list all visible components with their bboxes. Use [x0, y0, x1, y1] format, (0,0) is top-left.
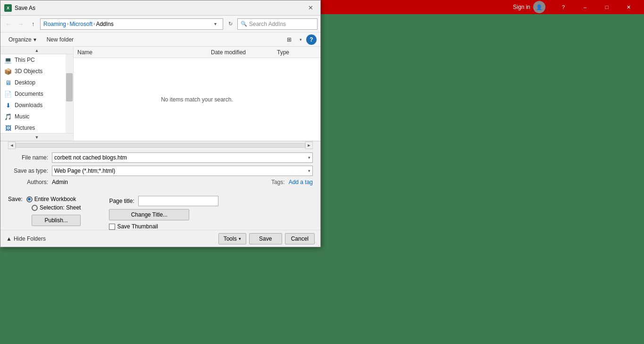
- sidebar-item-label: 3D Objects: [15, 68, 42, 75]
- sidebar-item-label: Downloads: [15, 102, 42, 109]
- address-bar[interactable]: Roaming › Microsoft › AddIns ▾: [40, 18, 223, 30]
- sidebar-scrollbar-thumb: [66, 73, 73, 101]
- scrollbar-track[interactable]: [16, 143, 305, 148]
- address-breadcrumb: Roaming › Microsoft › AddIns: [43, 21, 209, 27]
- save-as-dialog: X Save As ✕ ← → ↑ Roaming › Microsoft › …: [0, 0, 321, 247]
- organize-button[interactable]: Organize ▾: [4, 34, 41, 45]
- sidebar-item-label: Documents: [15, 91, 43, 97]
- scrollbar-right-button[interactable]: ►: [305, 142, 313, 149]
- tags-area: Tags: Add a tag: [72, 179, 313, 185]
- sidebar-item-3d-objects[interactable]: 📦 3D Objects: [0, 66, 73, 77]
- dialog-title-left: X Save As: [4, 4, 35, 12]
- column-date-modified[interactable]: Date modified: [207, 49, 273, 56]
- page-title-label: Page title:: [109, 198, 134, 204]
- save-thumbnail-checkbox[interactable]: [109, 224, 115, 230]
- breadcrumb-arrow-1: ›: [67, 21, 68, 26]
- save-type-label: Save as type:: [8, 168, 48, 174]
- view-dropdown-button[interactable]: ▾: [297, 34, 304, 45]
- sidebar-item-documents[interactable]: 📄 Documents: [0, 88, 73, 100]
- publish-button[interactable]: Publish...: [32, 215, 81, 226]
- desktop-icon: 🖥: [4, 79, 12, 86]
- music-icon: 🎵: [4, 113, 12, 120]
- view-button[interactable]: ⊞: [284, 34, 295, 45]
- cancel-button[interactable]: Cancel: [285, 233, 315, 244]
- excel-close-button[interactable]: ✕: [618, 0, 639, 14]
- tools-arrow-icon: ▾: [239, 236, 241, 241]
- dialog-titlebar: X Save As ✕: [0, 0, 320, 16]
- organize-label: Organize: [8, 36, 32, 43]
- sidebar-item-label: Pictures: [15, 125, 35, 131]
- sign-in-label[interactable]: Sign in: [513, 4, 530, 10]
- back-button[interactable]: ←: [3, 19, 14, 29]
- 3d-objects-icon: 📦: [4, 67, 12, 75]
- excel-icon: X: [4, 4, 12, 12]
- file-name-value: corbett not cached blogs.htm: [54, 154, 127, 161]
- tools-button[interactable]: Tools ▾: [218, 233, 246, 244]
- entire-workbook-label: Entire Workbook: [34, 196, 76, 202]
- sidebar-scroll-down[interactable]: ▼: [0, 133, 73, 141]
- form-area: File name: corbett not cached blogs.htm …: [0, 149, 320, 192]
- file-list: Name Date modified Type No items match y…: [74, 47, 320, 141]
- page-title-row: Page title:: [109, 196, 218, 206]
- hide-folders-arrow-icon: ▲: [6, 235, 12, 242]
- dialog-close-button[interactable]: ✕: [304, 2, 317, 14]
- avatar: 👤: [533, 1, 545, 13]
- file-list-body: No items match your search.: [74, 58, 320, 141]
- toolbar: Organize ▾ New folder ⊞ ▾ ?: [0, 33, 320, 47]
- excel-minimize-button[interactable]: –: [574, 0, 596, 14]
- save-type-select[interactable]: Web Page (*.htm;*.html) ▾: [52, 166, 313, 176]
- excel-restore-button[interactable]: □: [596, 0, 618, 14]
- file-name-dropdown-arrow: ▾: [308, 155, 310, 160]
- address-dropdown-button[interactable]: ▾: [210, 19, 220, 29]
- sidebar-item-pictures[interactable]: 🖼 Pictures: [0, 122, 73, 134]
- help-button[interactable]: ?: [306, 34, 317, 45]
- excel-titlebar-right: Sign in 👤 ? – □ ✕: [513, 0, 639, 14]
- search-box[interactable]: 🔍 Search AddIns: [237, 18, 318, 30]
- authors-value: Admin: [52, 179, 68, 185]
- empty-message: No items match your search.: [161, 96, 233, 103]
- save-right-options: Page title: Change Title... Save Thumbna…: [109, 196, 218, 230]
- refresh-button[interactable]: ↻: [225, 19, 235, 29]
- background-area: [0, 264, 644, 344]
- organize-arrow-icon: ▾: [33, 36, 36, 43]
- sidebar-item-label: This PC: [15, 57, 35, 63]
- hide-folders-button[interactable]: ▲ Hide Folders: [6, 235, 46, 242]
- new-folder-button[interactable]: New folder: [42, 34, 78, 45]
- breadcrumb-item-1[interactable]: Roaming: [43, 21, 66, 27]
- sidebar-item-music[interactable]: 🎵 Music: [0, 111, 73, 122]
- sidebar-item-desktop[interactable]: 🖥 Desktop: [0, 77, 73, 88]
- sidebar-item-label: Desktop: [15, 79, 35, 86]
- downloads-icon: ⬇: [4, 101, 12, 109]
- sidebar-scroll-up[interactable]: ▲: [0, 47, 73, 54]
- sidebar-item-downloads[interactable]: ⬇ Downloads: [0, 100, 73, 111]
- excel-help-button[interactable]: ?: [552, 0, 574, 14]
- change-title-button[interactable]: Change Title...: [109, 209, 189, 220]
- resize-grip[interactable]: ⋱: [315, 241, 319, 246]
- breadcrumb-arrow-2: ›: [93, 21, 95, 26]
- authors-tags-row: Authors: Admin Tags: Add a tag: [8, 179, 313, 185]
- file-name-input[interactable]: corbett not cached blogs.htm ▾: [52, 152, 313, 163]
- selection-sheet-label: Selection: Sheet: [40, 204, 81, 211]
- up-button[interactable]: ↑: [28, 19, 38, 29]
- entire-workbook-radio[interactable]: [26, 196, 33, 202]
- save-button[interactable]: Save: [249, 233, 282, 244]
- sidebar-scrollbar[interactable]: [66, 54, 73, 133]
- column-name[interactable]: Name: [74, 49, 207, 56]
- file-name-row: File name: corbett not cached blogs.htm …: [8, 152, 313, 163]
- column-type[interactable]: Type: [273, 49, 320, 56]
- selection-sheet-radio[interactable]: [32, 205, 38, 211]
- scrollbar-left-button[interactable]: ◄: [8, 142, 16, 149]
- sidebar-item-label: Music: [15, 113, 29, 120]
- navigation-bar: ← → ↑ Roaming › Microsoft › AddIns ▾ ↻ 🔍…: [0, 16, 320, 33]
- action-bar: ▲ Hide Folders Tools ▾ Save Cancel: [0, 230, 320, 247]
- sidebar-item-this-pc[interactable]: 💻 This PC: [0, 54, 73, 66]
- tags-add-link[interactable]: Add a tag: [289, 179, 313, 185]
- dialog-title: Save As: [15, 5, 35, 11]
- tools-label: Tools: [224, 235, 237, 242]
- page-title-input[interactable]: [138, 196, 218, 206]
- breadcrumb-item-2[interactable]: Microsoft: [69, 21, 92, 27]
- horizontal-scrollbar: ◄ ►: [0, 141, 320, 149]
- save-options: Save: Entire Workbook Selection: Sheet P…: [0, 192, 320, 230]
- sidebar: ▲ 💻 This PC 📦 3D Objects 🖥 Desktop 📄 Doc…: [0, 47, 74, 141]
- forward-button[interactable]: →: [16, 19, 26, 29]
